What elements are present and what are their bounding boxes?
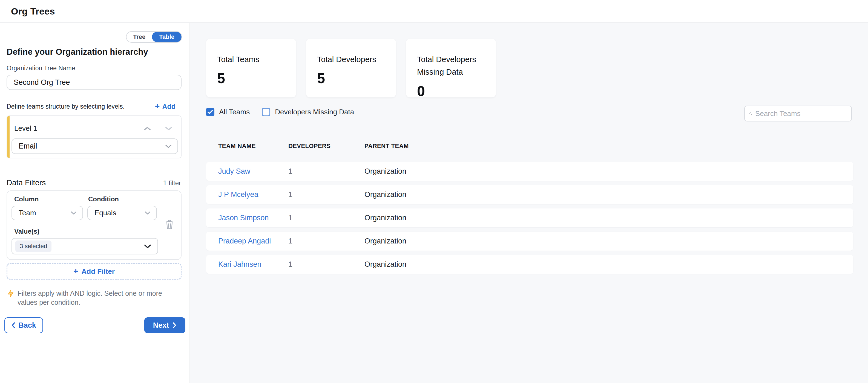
tree-name-input[interactable] — [7, 75, 182, 90]
table-row: Kari Jahnsen1Organization — [206, 255, 853, 274]
filter-condition-value: Equals — [94, 209, 116, 217]
level-field-value: Email — [19, 142, 37, 150]
team-developers-count: 1 — [288, 214, 365, 222]
chevron-up-icon — [144, 126, 151, 131]
checkbox-unchecked-icon — [262, 108, 270, 116]
stat-value: 5 — [217, 70, 296, 86]
filter-column-value: Team — [19, 209, 36, 217]
level-card: Level 1 — [7, 115, 182, 159]
condition-label: Condition — [88, 195, 119, 203]
team-name-link[interactable]: J P Mcelyea — [218, 190, 288, 199]
search-teams-input[interactable] — [755, 109, 847, 118]
stat-label: Total Teams — [217, 53, 281, 66]
chevron-down-icon — [165, 144, 172, 148]
plus-icon: + — [155, 102, 160, 110]
column-header-team-name: TEAM NAME — [218, 142, 288, 150]
team-parent: Organization — [365, 237, 853, 245]
stat-value: 5 — [317, 70, 396, 86]
add-level-button[interactable]: + Add — [155, 102, 176, 110]
chevron-right-icon — [172, 322, 177, 328]
team-developers-count: 1 — [288, 237, 365, 245]
toggle-tree[interactable]: Tree — [126, 32, 152, 42]
table-header: TEAM NAME DEVELOPERS PARENT TEAM — [206, 141, 853, 151]
filter-card: Column Condition Team Equals — [7, 190, 182, 260]
checkmark-icon — [208, 110, 213, 114]
view-toggle: Tree Table — [126, 31, 182, 43]
team-name-link[interactable]: Pradeep Angadi — [218, 237, 288, 245]
lightning-bolt-icon — [7, 289, 14, 298]
table-row: Judy Saw1Organization — [206, 162, 853, 181]
chevron-down-icon — [70, 211, 77, 215]
table-row: J P Mcelyea1Organization — [206, 185, 853, 204]
chevron-down-icon — [144, 211, 151, 215]
table-filter-toggles: All Teams Developers Missing Data — [206, 108, 354, 116]
team-parent: Organization — [365, 190, 853, 199]
data-filters-title: Data Filters — [7, 178, 46, 187]
column-header-parent-team: PARENT TEAM — [365, 142, 853, 150]
levels-description: Define teams structure by selecting leve… — [7, 103, 125, 110]
team-developers-count: 1 — [288, 260, 365, 269]
team-name-link[interactable]: Judy Saw — [218, 167, 288, 176]
team-developers-count: 1 — [288, 167, 365, 176]
add-filter-button[interactable]: + Add Filter — [7, 263, 182, 280]
missing-data-checkbox[interactable]: Developers Missing Data — [262, 108, 354, 116]
filter-column-select[interactable]: Team — [11, 206, 83, 220]
table-body: Judy Saw1OrganizationJ P Mcelyea1Organiz… — [206, 162, 853, 278]
back-button[interactable]: Back — [4, 317, 43, 333]
chevron-down-icon — [165, 126, 173, 131]
selected-values-chip: 3 selected — [16, 241, 52, 252]
filters-note: Filters apply with AND logic. Select one… — [7, 289, 177, 307]
page-title: Org Trees — [11, 6, 55, 17]
team-developers-count: 1 — [288, 190, 365, 199]
stat-card-missing-data: Total Developers Missing Data 0 — [406, 39, 496, 97]
search-icon — [749, 109, 752, 118]
move-level-up-button[interactable] — [143, 126, 151, 132]
chevron-down-icon — [144, 244, 151, 249]
team-parent: Organization — [365, 167, 853, 176]
values-label: Value(s) — [14, 228, 39, 235]
top-header: Org Trees — [0, 0, 868, 23]
column-header-developers: DEVELOPERS — [288, 142, 365, 150]
move-level-down-button[interactable] — [164, 126, 173, 132]
table-row: Pradeep Angadi1Organization — [206, 232, 853, 251]
stat-card-total-teams: Total Teams 5 — [206, 39, 296, 97]
stat-card-total-developers: Total Developers 5 — [306, 39, 396, 97]
table-row: Jason Simpson1Organization — [206, 208, 853, 227]
sidebar-heading: Define your Organization hierarchy — [7, 47, 148, 57]
config-sidebar: Tree Table Define your Organization hier… — [0, 23, 190, 383]
delete-filter-button[interactable] — [165, 219, 174, 229]
filter-values-select[interactable]: 3 selected — [11, 238, 158, 254]
checkbox-checked-icon — [206, 108, 214, 116]
filter-condition-select[interactable]: Equals — [87, 206, 157, 220]
plus-icon: + — [73, 267, 78, 275]
stat-label: Total Developers Missing Data — [417, 53, 482, 78]
main-panel: Total Teams 5 Total Developers 5 Total D… — [190, 23, 868, 383]
level-accent-bar — [7, 116, 9, 158]
chevron-left-icon — [11, 322, 16, 328]
stat-label: Total Developers — [317, 53, 381, 66]
team-parent: Organization — [365, 260, 853, 269]
app-root: Org Trees Tree Table Define your Organiz… — [0, 0, 868, 383]
column-label: Column — [14, 195, 39, 203]
team-name-link[interactable]: Jason Simpson — [218, 214, 288, 222]
level-label: Level 1 — [14, 124, 37, 133]
filter-count: 1 filter — [163, 179, 181, 187]
toggle-table[interactable]: Table — [152, 32, 182, 42]
all-teams-checkbox[interactable]: All Teams — [206, 108, 250, 116]
level-field-select[interactable]: Email — [11, 138, 178, 154]
team-name-link[interactable]: Kari Jahnsen — [218, 260, 288, 269]
stat-value: 0 — [417, 83, 496, 99]
tree-name-label: Organization Tree Name — [7, 65, 75, 72]
trash-icon — [165, 219, 174, 229]
team-parent: Organization — [365, 214, 853, 222]
search-box — [744, 106, 852, 121]
filters-note-text: Filters apply with AND logic. Select one… — [18, 289, 174, 307]
next-button[interactable]: Next — [144, 317, 185, 333]
